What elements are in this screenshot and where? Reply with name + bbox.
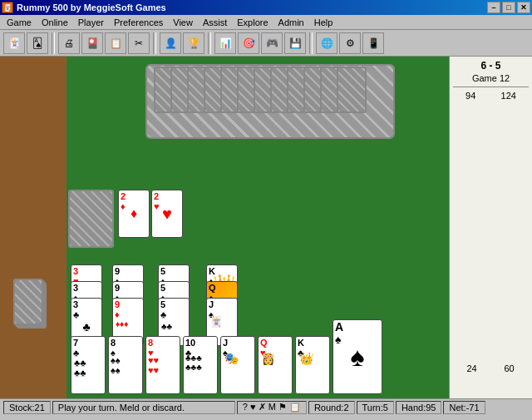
turn-info: Turn:5 xyxy=(357,401,394,414)
score-divider xyxy=(453,86,529,87)
tb-player1[interactable]: 👤 xyxy=(160,32,181,54)
menu-game[interactable]: Game xyxy=(2,17,37,28)
tb-sep1 xyxy=(52,32,55,54)
status-bar: Stock:21 Play your turn. Meld or discard… xyxy=(0,398,532,415)
card-8s[interactable]: 8♠ ♠♠♠♠ xyxy=(108,336,143,394)
menu-view[interactable]: View xyxy=(168,17,198,28)
tb-save[interactable]: 💾 xyxy=(284,32,306,54)
left-pile xyxy=(0,57,66,398)
tb-card2[interactable]: 🎴 xyxy=(81,32,103,54)
app-icon: 🃏 xyxy=(2,2,13,13)
titlebar-buttons[interactable]: – □ ✕ xyxy=(487,2,530,13)
card-2d[interactable]: 2♦ ♦ xyxy=(118,190,150,238)
menu-player[interactable]: Player xyxy=(73,17,109,28)
game-area: 2♦ ♦ 2♥ ♥ 3♥ ♥ 3♠ 3♣ ♣ 9♠ 9♠ xyxy=(0,57,532,398)
menu-bar: Game Online Player Preferences View Assi… xyxy=(0,15,532,30)
menu-admin[interactable]: Admin xyxy=(273,17,309,28)
card-kc-hand[interactable]: K♣ 👑 xyxy=(295,336,330,394)
score-panel: 6 - 5 Game 12 94 124 24 60 xyxy=(449,57,532,398)
card-2h[interactable]: 2♥ ♥ xyxy=(151,190,183,238)
card-7c[interactable]: 7♣ ♣♣♣♣ xyxy=(71,336,106,394)
card-as[interactable]: A♠ ♠ xyxy=(332,319,382,394)
title-bar: 🃏 Rummy 500 by MeggieSoft Games – □ ✕ xyxy=(0,0,532,15)
titlebar-left: 🃏 Rummy 500 by MeggieSoft Games xyxy=(2,2,166,13)
toolbar: 🃏 🂡 🖨 🎴 📋 ✂ 👤 🏆 📊 🎯 🎮 💾 🌐 ⚙ 📱 xyxy=(0,30,532,57)
tb-sep3 xyxy=(208,32,211,54)
hand-score: Hand:95 xyxy=(396,401,442,414)
tb-discard[interactable]: 🎮 xyxy=(261,32,283,54)
tb-online[interactable]: 🌐 xyxy=(316,32,337,54)
menu-preferences[interactable]: Preferences xyxy=(109,17,168,28)
card-qh[interactable]: Q♥ 👸 xyxy=(258,336,293,394)
round-info: Round:2 xyxy=(308,401,355,414)
opponent-hand-display xyxy=(133,60,441,151)
tb-open[interactable]: 🂡 xyxy=(27,32,48,54)
tb-sep2 xyxy=(153,32,156,54)
tb-mobile[interactable]: 📱 xyxy=(362,32,384,54)
score-title: 6 - 5 xyxy=(453,60,529,72)
menu-online[interactable]: Online xyxy=(37,17,73,28)
opp-left-back xyxy=(68,190,114,248)
tb-settings[interactable]: ⚙ xyxy=(339,32,361,54)
maximize-button[interactable]: □ xyxy=(502,2,515,13)
player1-bottom-score: 24 xyxy=(466,363,476,373)
tb-copy[interactable]: 📋 xyxy=(105,32,126,54)
net-score: Net:-71 xyxy=(443,401,485,414)
tb-meld[interactable]: 🎯 xyxy=(238,32,259,54)
player2-bottom-score: 60 xyxy=(504,363,514,373)
close-button[interactable]: ✕ xyxy=(517,2,530,13)
score-values: 94 124 xyxy=(453,91,529,101)
stock-back-3 xyxy=(13,279,43,325)
opp-card-12 xyxy=(337,67,367,113)
tb-cut[interactable]: ✂ xyxy=(128,32,150,54)
tb-print[interactable]: 🖨 xyxy=(58,32,80,54)
help-icons: ? ♥ ✗ M ⚑ 📋 xyxy=(237,401,307,414)
menu-help[interactable]: Help xyxy=(309,17,338,28)
menu-assist[interactable]: Assist xyxy=(198,17,232,28)
player1-score: 94 xyxy=(466,91,475,101)
player2-score: 124 xyxy=(501,91,516,101)
game-number: Game 12 xyxy=(453,73,529,83)
tb-sep4 xyxy=(309,32,313,54)
card-10c[interactable]: 10♣ ♣♣♣♣♣♣ xyxy=(183,336,218,394)
tb-stats[interactable]: 📊 xyxy=(214,32,236,54)
status-message: Play your turn. Meld or discard. xyxy=(52,401,235,414)
minimize-button[interactable]: – xyxy=(487,2,500,13)
window-title: Rummy 500 by MeggieSoft Games xyxy=(17,2,166,12)
score-bottom: 24 60 xyxy=(453,363,528,373)
stock-count: Stock:21 xyxy=(3,401,51,414)
menu-explore[interactable]: Explore xyxy=(232,17,273,28)
card-js-hand[interactable]: J♠ 🎭 xyxy=(220,336,255,394)
card-8h[interactable]: 8♥ ♥♥♥♥ xyxy=(145,336,180,394)
tb-new[interactable]: 🃏 xyxy=(3,32,25,54)
tb-player2[interactable]: 🏆 xyxy=(183,32,204,54)
